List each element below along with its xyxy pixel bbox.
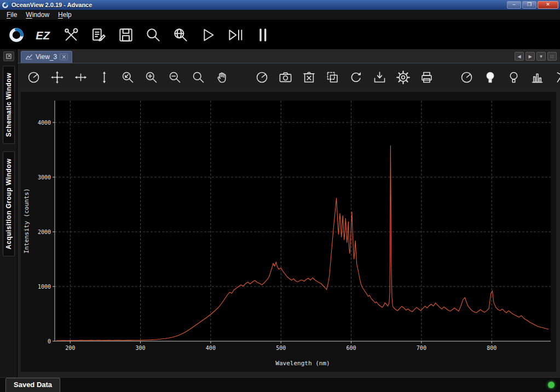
bar-chart-icon xyxy=(530,70,545,85)
print-button[interactable] xyxy=(418,69,435,86)
download-icon xyxy=(372,70,387,85)
minimize-button[interactable]: – xyxy=(507,1,521,9)
svg-text:600: 600 xyxy=(347,345,356,351)
svg-text:Intensity (counts): Intensity (counts) xyxy=(23,188,30,253)
svg-text:1000: 1000 xyxy=(38,284,51,290)
step-button[interactable] xyxy=(226,25,245,45)
save-to-file-button[interactable] xyxy=(371,69,388,86)
pan-marker-button[interactable] xyxy=(49,69,66,86)
web-search-button[interactable] xyxy=(171,25,190,45)
menubar: File Window Help xyxy=(0,10,560,20)
search-icon xyxy=(145,26,162,44)
zoom-in-icon xyxy=(144,70,159,85)
main-area: View_3 ✕ ◀ ▶ ▼ □ xyxy=(18,49,560,377)
connection-status-indicator xyxy=(548,382,555,388)
save-button[interactable] xyxy=(116,25,136,45)
tab-scroll-left-button[interactable]: ◀ xyxy=(515,52,524,61)
play-button[interactable] xyxy=(198,25,218,45)
printer-icon xyxy=(419,70,434,85)
oceanview-app: OceanView 2.0.19 - Advance – ❐ ✕ File Wi… xyxy=(0,0,560,392)
horizontal-arrows-icon xyxy=(73,70,88,85)
sidebar-item-schematic-window[interactable]: Schematic Window xyxy=(3,66,15,144)
zoom-tools-group xyxy=(25,69,230,86)
play-pause-icon xyxy=(227,26,244,44)
zoom-in-button[interactable] xyxy=(143,69,160,86)
peak-person-icon xyxy=(553,70,560,85)
snapshot-camera-button[interactable] xyxy=(277,69,294,86)
bulb-on-icon xyxy=(483,70,498,85)
gauge-icon xyxy=(26,70,41,85)
ez-mode-button[interactable]: EZ xyxy=(34,25,54,45)
spectrum-chart[interactable]: 20030040050060070080001000200030004000Wa… xyxy=(21,92,556,372)
maximize-button[interactable]: ❐ xyxy=(522,1,536,9)
scale-to-fill-button[interactable] xyxy=(25,69,42,86)
saved-data-tab[interactable]: Saved Data xyxy=(5,378,60,392)
oceanview-logo-button[interactable] xyxy=(7,25,26,45)
menu-window[interactable]: Window xyxy=(21,10,54,20)
window-controls: – ❐ ✕ xyxy=(507,1,558,9)
ez-mode-icon: EZ xyxy=(35,26,53,44)
zoom-region-icon xyxy=(120,70,135,85)
menu-file[interactable]: File xyxy=(2,10,21,20)
zoom-out-icon xyxy=(168,70,182,85)
window-title: OceanView 2.0.19 - Advance xyxy=(11,2,92,8)
delete-spectrum-button[interactable] xyxy=(301,69,317,86)
view-tools-group xyxy=(458,69,560,86)
app-logo-icon xyxy=(2,2,9,9)
dock-windows-button[interactable] xyxy=(3,51,14,61)
zoom-region-button[interactable] xyxy=(119,69,136,86)
crosshair-arrows-icon xyxy=(50,70,65,85)
data-tools-group xyxy=(253,69,435,86)
tab-view-3[interactable]: View_3 ✕ xyxy=(21,51,72,63)
tab-label: View_3 xyxy=(36,53,57,61)
tab-close-icon[interactable]: ✕ xyxy=(60,54,68,60)
move-vertical-button[interactable] xyxy=(96,69,113,86)
svg-text:300: 300 xyxy=(136,345,146,351)
pan-hand-button[interactable] xyxy=(213,69,230,86)
svg-text:3000: 3000 xyxy=(38,174,51,180)
hardware-tools-button[interactable] xyxy=(61,25,81,45)
pause-button[interactable] xyxy=(253,25,273,45)
wrench-scissors-icon xyxy=(62,26,80,44)
peak-finder-button[interactable] xyxy=(552,69,560,86)
side-rail: Schematic Window Acquisition Group Windo… xyxy=(0,49,18,377)
copy-data-button[interactable] xyxy=(324,69,341,86)
refresh-icon xyxy=(349,70,363,85)
settings-gear-button[interactable] xyxy=(395,69,412,86)
zoom-out-button[interactable] xyxy=(166,69,183,86)
tab-maximize-button[interactable]: □ xyxy=(547,52,557,61)
chart-toolbar xyxy=(18,63,560,91)
sidebar-item-acquisition-group-window[interactable]: Acquisition Group Window xyxy=(3,151,15,256)
lamp-on-button[interactable] xyxy=(482,69,499,86)
svg-text:400: 400 xyxy=(206,345,216,351)
svg-text:800: 800 xyxy=(487,345,497,351)
camera-icon xyxy=(278,70,293,85)
hand-icon xyxy=(215,70,229,85)
svg-text:EZ: EZ xyxy=(36,30,50,42)
tab-scroll-right-button[interactable]: ▶ xyxy=(526,52,535,61)
menu-help[interactable]: Help xyxy=(54,10,76,20)
view-tab-bar: View_3 ✕ ◀ ▶ ▼ □ xyxy=(18,49,560,63)
globe-search-icon xyxy=(172,26,189,44)
bulb-off-icon xyxy=(506,70,521,85)
tab-list-button[interactable]: ▼ xyxy=(536,52,546,61)
move-horizontal-button[interactable] xyxy=(72,69,89,86)
main-toolbar: EZ xyxy=(0,20,560,49)
close-button[interactable]: ✕ xyxy=(538,1,558,9)
zoom-select-button[interactable] xyxy=(190,69,207,86)
search-button[interactable] xyxy=(143,25,163,45)
spectrum-editor-button[interactable] xyxy=(89,25,108,45)
chart-panel: 20030040050060070080001000200030004000Wa… xyxy=(18,91,560,377)
scale-gauge-2-button[interactable] xyxy=(458,69,475,86)
svg-text:500: 500 xyxy=(276,345,286,351)
status-bar: Saved Data xyxy=(0,377,560,392)
vertical-arrows-icon xyxy=(97,70,112,85)
scale-gauge-button[interactable] xyxy=(253,69,270,86)
workspace: Schematic Window Acquisition Group Windo… xyxy=(0,49,560,377)
reset-button[interactable] xyxy=(348,69,365,86)
svg-text:4000: 4000 xyxy=(38,120,51,126)
histogram-button[interactable] xyxy=(529,69,546,86)
copy-icon xyxy=(325,70,340,85)
dock-icon xyxy=(5,53,12,60)
lamp-off-button[interactable] xyxy=(505,69,522,86)
